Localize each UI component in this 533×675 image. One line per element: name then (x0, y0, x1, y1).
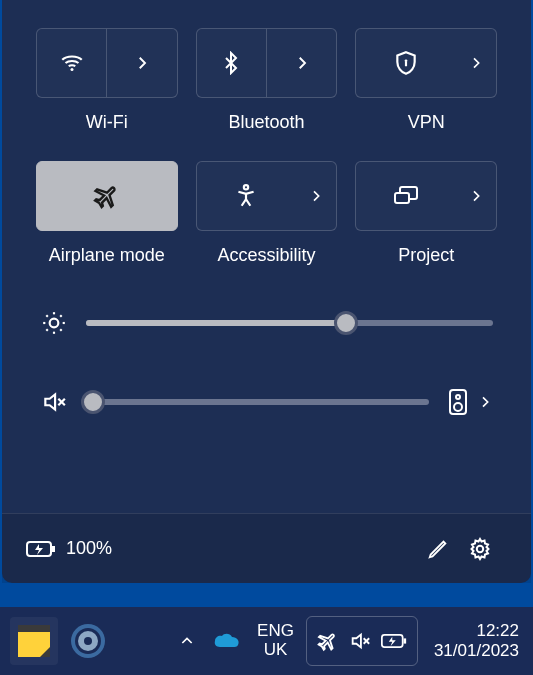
clock-time: 12:22 (434, 621, 519, 641)
svg-rect-22 (52, 546, 55, 552)
svg-point-19 (456, 395, 460, 399)
svg-point-3 (244, 185, 248, 189)
panel-footer: 100% (2, 513, 531, 583)
tile-airplane-label: Airplane mode (49, 245, 165, 266)
battery-charging-icon (26, 539, 56, 559)
volume-slider[interactable] (86, 392, 429, 412)
tile-wifi[interactable] (36, 28, 178, 98)
svg-point-23 (477, 545, 483, 551)
quick-settings-panel: Wi-Fi Bluetooth (2, 0, 531, 583)
tray-overflow-button[interactable] (171, 617, 203, 665)
svg-point-7 (50, 319, 59, 328)
lang-region: UK (257, 641, 294, 660)
airplane-icon (317, 630, 339, 652)
airplane-icon (93, 182, 121, 210)
bluetooth-expand[interactable] (267, 29, 336, 97)
tile-bluetooth-wrap: Bluetooth (196, 28, 338, 133)
tile-airplane-wrap: Airplane mode (36, 161, 178, 266)
tile-accessibility[interactable] (196, 161, 338, 231)
gear-icon (468, 537, 492, 561)
accessibility-toggle[interactable] (197, 162, 297, 230)
chevron-right-icon (308, 188, 324, 204)
chevron-right-icon (293, 54, 311, 72)
tray-onedrive[interactable] (209, 617, 245, 665)
bluetooth-icon (219, 51, 243, 75)
tile-airplane[interactable] (36, 161, 178, 231)
tile-project-label: Project (398, 245, 454, 266)
chevron-up-icon (179, 633, 195, 649)
settings-button[interactable] (459, 528, 501, 570)
battery-percent: 100% (66, 538, 112, 559)
airplane-toggle[interactable] (37, 162, 177, 230)
chevron-right-icon (468, 188, 484, 204)
battery-charging-icon (381, 632, 407, 650)
language-switcher[interactable]: ENG UK (251, 617, 300, 665)
settings-app-icon (68, 621, 108, 661)
project-icon (392, 184, 420, 208)
bluetooth-toggle[interactable] (197, 29, 266, 97)
svg-point-20 (454, 403, 462, 411)
pencil-icon (427, 538, 449, 560)
brightness-icon (40, 310, 68, 336)
battery-status[interactable]: 100% (26, 538, 112, 559)
volume-muted-icon (40, 389, 68, 415)
clock-date: 31/01/2023 (434, 641, 519, 661)
wifi-icon (59, 50, 85, 76)
edit-quick-settings-button[interactable] (417, 528, 459, 570)
volume-expand[interactable] (477, 394, 493, 410)
brightness-slider[interactable] (86, 313, 493, 333)
tile-bluetooth[interactable] (196, 28, 338, 98)
svg-point-1 (405, 59, 408, 62)
volume-row (40, 388, 493, 416)
taskbar: ENG UK 12:22 31/01/2023 (0, 607, 533, 675)
vpn-toggle[interactable] (356, 29, 456, 97)
tile-project[interactable] (355, 161, 497, 231)
accessibility-icon (233, 183, 259, 209)
onedrive-icon (213, 631, 241, 651)
accessibility-expand[interactable] (296, 188, 336, 204)
sticky-notes-icon (16, 623, 52, 659)
brightness-row (40, 310, 493, 336)
tile-wifi-wrap: Wi-Fi (36, 28, 178, 133)
svg-line-14 (46, 329, 48, 331)
svg-rect-6 (395, 193, 409, 203)
chevron-right-icon (468, 55, 484, 71)
tile-vpn-wrap: VPN (355, 28, 497, 133)
wifi-toggle[interactable] (37, 29, 106, 97)
svg-rect-25 (18, 625, 50, 632)
svg-rect-33 (403, 638, 406, 643)
tile-project-wrap: Project (355, 161, 497, 266)
lang-code: ENG (257, 622, 294, 641)
project-toggle[interactable] (356, 162, 456, 230)
project-expand[interactable] (456, 188, 496, 204)
tile-vpn[interactable] (355, 28, 497, 98)
tile-accessibility-label: Accessibility (217, 245, 315, 266)
tile-wifi-label: Wi-Fi (86, 112, 128, 133)
tile-accessibility-wrap: Accessibility (196, 161, 338, 266)
taskbar-app-stickynotes[interactable] (10, 617, 58, 665)
system-tray-quick[interactable] (306, 616, 418, 666)
svg-line-12 (46, 315, 48, 317)
volume-muted-icon (349, 630, 371, 652)
taskbar-clock[interactable]: 12:22 31/01/2023 (424, 617, 523, 665)
tile-vpn-label: VPN (408, 112, 445, 133)
sliders-area (2, 266, 531, 436)
chevron-right-icon (133, 54, 151, 72)
tile-bluetooth-label: Bluetooth (228, 112, 304, 133)
quick-tiles-grid: Wi-Fi Bluetooth (2, 0, 531, 266)
svg-line-15 (60, 315, 62, 317)
vpn-shield-icon (393, 50, 419, 76)
wifi-expand[interactable] (107, 29, 176, 97)
svg-point-0 (70, 68, 73, 71)
vpn-expand[interactable] (456, 55, 496, 71)
audio-output-icon[interactable] (447, 388, 469, 416)
taskbar-app-settings[interactable] (64, 617, 112, 665)
svg-line-13 (60, 329, 62, 331)
svg-point-29 (84, 637, 92, 645)
